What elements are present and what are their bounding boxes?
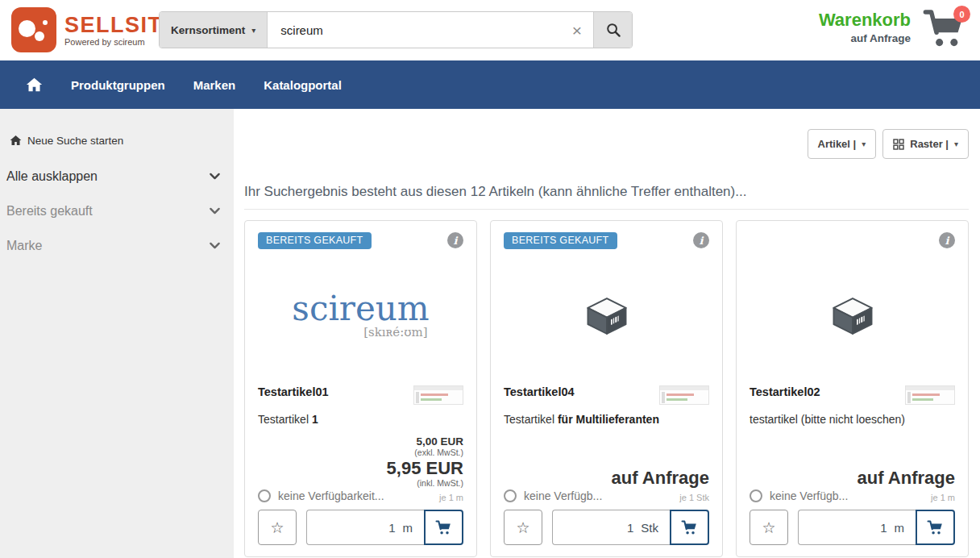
unit-note: je 1 Stk	[679, 493, 709, 502]
availability: keine Verfügbarkeit...	[258, 489, 384, 502]
subtitle-highlight: für Multilieferanten	[558, 413, 659, 426]
sidebar-expand-all[interactable]: Alle ausklappen	[0, 159, 234, 194]
availability-text: keine Verfügb...	[770, 489, 848, 502]
product-card[interactable]: BEREITS GEKAUFT i scireum [skıʀé:ʊm] Tes…	[244, 220, 477, 557]
quantity-group: 1 m	[306, 510, 463, 545]
add-to-cart-button[interactable]	[424, 510, 463, 545]
availability: keine Verfügb...	[750, 489, 848, 502]
price-on-request: auf Anfrage	[504, 468, 709, 488]
quantity-value: 1	[388, 521, 395, 535]
card-actions: ☆ 1 Stk	[504, 510, 709, 545]
search-scope-dropdown[interactable]: Kernsortiment ▾	[160, 12, 268, 48]
view-mode-label: Artikel |	[818, 138, 857, 150]
unit-note: je 1 m	[931, 493, 955, 502]
star-icon: ☆	[516, 518, 529, 537]
scireum-logo: scireum [skıʀé:ʊm]	[292, 293, 429, 339]
price-incl: 5,95 EUR	[258, 459, 463, 478]
add-to-cart-button[interactable]	[670, 510, 709, 545]
search-button[interactable]	[593, 12, 632, 48]
search-input[interactable]	[268, 12, 593, 48]
availability-text: keine Verfügbarkeit...	[278, 489, 384, 502]
cart-text: Warenkorb auf Anfrage	[819, 9, 911, 44]
home-link[interactable]	[26, 77, 43, 93]
cart[interactable]: Warenkorb auf Anfrage 0	[819, 9, 969, 51]
clear-search-icon[interactable]: ×	[572, 22, 582, 39]
cart-icon	[435, 520, 452, 535]
info-icon[interactable]: i	[939, 232, 955, 248]
quantity-value: 1	[880, 521, 887, 535]
price-on-request: auf Anfrage	[750, 468, 955, 488]
price-block: 5,00 EUR (exkl. MwSt.) 5,95 EUR (inkl. M…	[258, 435, 463, 488]
sidebar-filter-marke[interactable]: Marke	[0, 228, 234, 263]
quantity-input[interactable]: 1 Stk	[552, 510, 670, 545]
product-subtitle: Testartikel 1	[258, 413, 463, 426]
main-content: Artikel | ▾ Raster | ▾ Ihr Suchergebnis …	[234, 109, 980, 558]
quantity-unit: Stk	[641, 521, 658, 535]
product-title: Testartikel04	[504, 385, 575, 398]
main-nav: Produktgruppen Marken Katalogportal	[0, 60, 980, 109]
product-grid: BEREITS GEKAUFT i scireum [skıʀé:ʊm] Tes…	[244, 220, 969, 557]
already-bought-badge: BEREITS GEKAUFT	[504, 232, 617, 249]
sidebar-filter-label: Marke	[6, 239, 42, 253]
add-to-cart-button[interactable]	[916, 510, 955, 545]
package-box-icon	[585, 297, 629, 335]
availability-status-icon	[750, 489, 762, 502]
product-title: Testartikel02	[750, 385, 820, 398]
quantity-group: 1 Stk	[552, 510, 709, 545]
sidebar-filter-bereits-gekauft[interactable]: Bereits gekauft	[0, 194, 234, 228]
quantity-input[interactable]: 1 m	[306, 510, 424, 545]
card-top: BEREITS GEKAUFT i	[504, 232, 709, 252]
subtitle-highlight: 1	[312, 413, 318, 426]
quantity-unit: m	[895, 521, 905, 535]
product-card[interactable]: BEREITS GEKAUFT i Testartik	[490, 220, 723, 557]
product-card[interactable]: i Testartikel02	[736, 220, 969, 557]
cart-subtitle: auf Anfrage	[819, 32, 911, 44]
nav-item-produktgruppen[interactable]: Produktgruppen	[71, 78, 165, 92]
scireum-wordmark: scireum	[292, 293, 429, 325]
sellsite-logo-icon	[11, 7, 56, 52]
search-scope-label: Kernsortiment	[171, 24, 245, 36]
chevron-down-icon	[209, 239, 221, 252]
availability: keine Verfügb...	[504, 489, 602, 502]
layout-mode-label: Raster |	[910, 138, 949, 150]
price-block: auf Anfrage	[750, 468, 955, 488]
search-bar: Kernsortiment ▾ ×	[159, 11, 633, 48]
cart-icon	[927, 520, 944, 535]
home-icon	[26, 77, 43, 93]
card-actions: ☆ 1 m	[750, 510, 955, 545]
quantity-group: 1 m	[798, 510, 955, 545]
magnifier-icon	[605, 22, 621, 38]
cart-count-badge: 0	[953, 6, 970, 23]
info-icon[interactable]: i	[447, 232, 463, 248]
sellsite-logo[interactable]: SELLSITE Powered by scireum	[11, 7, 178, 52]
product-image[interactable]	[750, 255, 955, 377]
grid-icon	[893, 139, 904, 150]
price-excl-note: (exkl. MwSt.)	[258, 448, 463, 457]
cart-icon-wrap: 0	[922, 9, 969, 51]
nav-item-marken[interactable]: Marken	[193, 78, 236, 92]
chevron-down-icon	[209, 205, 221, 217]
view-mode-dropdown[interactable]: Artikel | ▾	[808, 129, 877, 159]
product-thumbnail[interactable]	[413, 385, 463, 405]
quantity-unit: m	[403, 521, 413, 535]
star-icon: ☆	[270, 518, 284, 537]
results-divider	[244, 209, 969, 210]
info-icon[interactable]: i	[693, 232, 709, 248]
unit-note: je 1 m	[439, 493, 463, 502]
product-thumbnail[interactable]	[905, 385, 955, 405]
sidebar-filter-label: Bereits gekauft	[6, 204, 93, 219]
product-image[interactable]: scireum [skıʀé:ʊm]	[258, 255, 463, 377]
layout-mode-dropdown[interactable]: Raster | ▾	[882, 129, 969, 159]
favorite-button[interactable]: ☆	[750, 510, 788, 545]
card-actions: ☆ 1 m	[258, 510, 463, 545]
nav-item-katalogportal[interactable]: Katalogportal	[264, 78, 342, 92]
sidebar-new-search[interactable]: Neue Suche starten	[0, 128, 234, 152]
sidebar-expand-all-label: Alle ausklappen	[6, 169, 98, 184]
product-thumbnail[interactable]	[659, 385, 709, 405]
quantity-input[interactable]: 1 m	[798, 510, 916, 545]
header: SELLSITE Powered by scireum Kernsortimen…	[0, 0, 980, 60]
favorite-button[interactable]: ☆	[258, 510, 297, 545]
search-input-wrap: ×	[268, 12, 593, 48]
favorite-button[interactable]: ☆	[504, 510, 542, 545]
product-image[interactable]	[504, 255, 709, 377]
